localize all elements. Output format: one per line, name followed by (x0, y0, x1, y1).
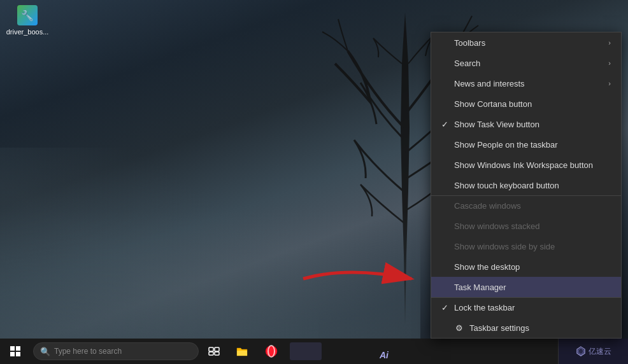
menu-label-show-side-by-side: Show windows side by side (454, 242, 611, 251)
taskbar-opera[interactable] (257, 339, 285, 364)
search-icon: 🔍 (40, 347, 50, 356)
svg-rect-9 (237, 351, 247, 356)
svg-rect-4 (16, 352, 20, 356)
menu-label-show-people: Show People on the taskbar (454, 140, 611, 150)
menu-item-lock-taskbar[interactable]: ✓Lock the taskbar (431, 297, 621, 318)
menu-item-show-stacked: Show windows stacked (431, 216, 621, 236)
menu-item-search[interactable]: Search› (431, 53, 621, 73)
submenu-arrow-toolbars: › (608, 39, 611, 46)
start-button[interactable] (0, 339, 31, 364)
menu-label-show-windows-ink: Show Windows Ink Workspace button (454, 160, 611, 170)
taskbar: 🔍 Type here to search 🌐 🔊 ... (0, 339, 628, 364)
task-view-button[interactable] (201, 339, 227, 364)
svg-rect-5 (209, 347, 213, 351)
menu-item-show-people[interactable]: Show People on the taskbar (431, 134, 621, 155)
svg-rect-6 (215, 347, 219, 351)
menu-label-lock-taskbar: Lock the taskbar (454, 303, 611, 312)
svg-rect-8 (215, 352, 219, 355)
menu-item-taskbar-settings[interactable]: ⚙Taskbar settings (431, 318, 621, 338)
svg-rect-2 (16, 346, 20, 351)
menu-label-show-cortana: Show Cortana button (454, 99, 611, 109)
menu-check-lock-taskbar: ✓ (441, 303, 453, 312)
svg-marker-13 (578, 348, 583, 354)
menu-item-show-desktop[interactable]: Show the desktop (431, 256, 621, 277)
menu-item-show-task-view[interactable]: ✓Show Task View button (431, 114, 621, 134)
menu-item-show-side-by-side: Show windows side by side (431, 236, 621, 256)
menu-label-show-desktop: Show the desktop (454, 262, 611, 272)
taskbar-search[interactable]: 🔍 Type here to search (33, 342, 199, 360)
gear-icon-taskbar-settings: ⚙ (454, 323, 464, 333)
menu-check-show-task-view: ✓ (441, 120, 453, 129)
desktop-icon-driver-booster[interactable]: 🔧 driver_boos... (5, 5, 50, 36)
menu-label-show-task-view: Show Task View button (454, 120, 611, 129)
taskbar-extra-slot[interactable] (287, 339, 325, 364)
svg-rect-3 (10, 352, 15, 356)
menu-label-show-stacked: Show windows stacked (454, 221, 611, 231)
menu-label-cascade-windows: Cascade windows (454, 201, 611, 211)
menu-label-toolbars: Toolbars (454, 38, 608, 48)
desktop-icon-image: 🔧 (17, 5, 38, 25)
watermark-branding: 亿速云 (558, 339, 628, 364)
menu-item-show-windows-ink[interactable]: Show Windows Ink Workspace button (431, 155, 621, 175)
menu-item-show-cortana[interactable]: Show Cortana button (431, 94, 621, 114)
submenu-arrow-news-interests: › (608, 80, 611, 87)
context-menu: Toolbars›Search›News and interests›Show … (431, 32, 622, 339)
submenu-arrow-search: › (608, 59, 611, 67)
menu-label-taskbar-settings: Taskbar settings (469, 323, 611, 333)
menu-item-cascade-windows: Cascade windows (431, 195, 621, 216)
menu-item-show-touch-keyboard[interactable]: Show touch keyboard button (431, 175, 621, 195)
menu-label-news-interests: News and interests (454, 79, 608, 88)
menu-item-task-manager[interactable]: Task Manager (431, 277, 621, 297)
svg-point-10 (266, 346, 277, 357)
menu-label-show-touch-keyboard: Show touch keyboard button (454, 181, 611, 190)
desktop-icon-label: driver_boos... (6, 28, 49, 36)
svg-rect-1 (10, 346, 15, 351)
ai-button[interactable]: Ai (380, 350, 389, 360)
taskbar-file-explorer[interactable] (228, 339, 256, 364)
menu-label-task-manager: Task Manager (454, 283, 611, 292)
mountain-overlay (0, 148, 318, 339)
menu-label-search: Search (454, 59, 608, 68)
watermark-label: 亿速云 (589, 346, 611, 357)
pointer-arrow (297, 260, 424, 300)
svg-rect-7 (209, 352, 213, 355)
menu-item-toolbars[interactable]: Toolbars› (431, 32, 621, 53)
menu-item-news-interests[interactable]: News and interests› (431, 73, 621, 94)
search-placeholder: Type here to search (54, 347, 122, 356)
